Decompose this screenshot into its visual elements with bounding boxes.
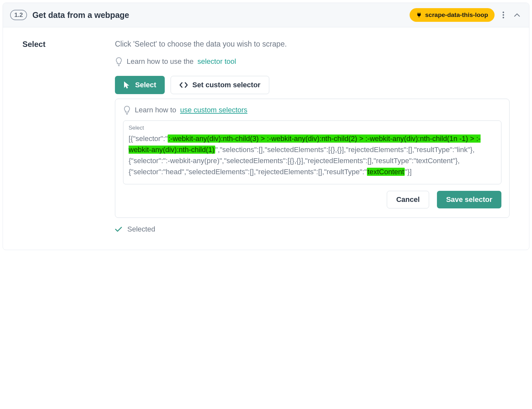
selector-field-label: Select (129, 125, 496, 131)
hint-text: Learn how to (135, 106, 176, 114)
selector-tool-link[interactable]: selector tool (197, 57, 236, 66)
hint-custom-selectors: Learn how to use custom selectors (123, 106, 501, 115)
save-selector-button[interactable]: Save selector (437, 191, 501, 208)
card-body: Select Click 'Select' to choose the data… (3, 27, 529, 250)
panel-actions: Cancel Save selector (123, 191, 501, 208)
more-options-button[interactable] (500, 11, 506, 19)
hint-text: Learn how to use the (127, 57, 193, 66)
collapse-button[interactable] (512, 13, 522, 17)
check-icon (115, 227, 122, 232)
lightbulb-icon (123, 106, 131, 115)
selector-field[interactable]: Select [{"selector":":-webkit-any(div):n… (123, 120, 501, 184)
select-button[interactable]: Select (115, 76, 165, 94)
status-label: Selected (127, 225, 155, 233)
source-pill-label: scrape-data-this-loop (425, 11, 488, 19)
step-card: 1.2 Get data from a webpage scrape-data-… (3, 3, 529, 250)
button-row: Select Set custom selector (115, 76, 510, 94)
set-custom-selector-button[interactable]: Set custom selector (171, 76, 269, 94)
svg-point-2 (503, 17, 504, 19)
status-row: Selected (115, 225, 510, 233)
instruction-text: Click 'Select' to choose the data you wi… (115, 40, 510, 49)
source-pill[interactable]: scrape-data-this-loop (410, 8, 495, 22)
right-column: Click 'Select' to choose the data you wi… (115, 40, 510, 233)
svg-point-1 (503, 14, 504, 16)
more-vertical-icon (502, 11, 504, 19)
select-button-label: Select (135, 81, 156, 89)
custom-selector-panel: Learn how to use custom selectors Select… (115, 99, 510, 218)
chevron-up-icon (514, 13, 520, 17)
custom-selectors-link[interactable]: use custom selectors (180, 106, 247, 114)
cancel-button[interactable]: Cancel (387, 191, 429, 208)
left-column: Select (22, 40, 107, 233)
plug-icon (416, 12, 422, 18)
lightbulb-icon (115, 57, 123, 66)
svg-point-0 (503, 12, 504, 13)
cursor-icon (123, 81, 131, 89)
selector-field-value: [{"selector":":-webkit-any(div):nth-chil… (129, 133, 496, 177)
hint-selector-tool: Learn how to use the selector tool (115, 57, 510, 66)
code-icon (179, 82, 188, 88)
section-label: Select (22, 40, 107, 49)
step-title: Get data from a webpage (32, 10, 129, 20)
step-number-badge: 1.2 (10, 10, 27, 20)
card-header: 1.2 Get data from a webpage scrape-data-… (3, 3, 529, 27)
header-right: scrape-data-this-loop (410, 8, 522, 22)
set-custom-selector-label: Set custom selector (192, 81, 260, 89)
header-left: 1.2 Get data from a webpage (10, 10, 129, 20)
